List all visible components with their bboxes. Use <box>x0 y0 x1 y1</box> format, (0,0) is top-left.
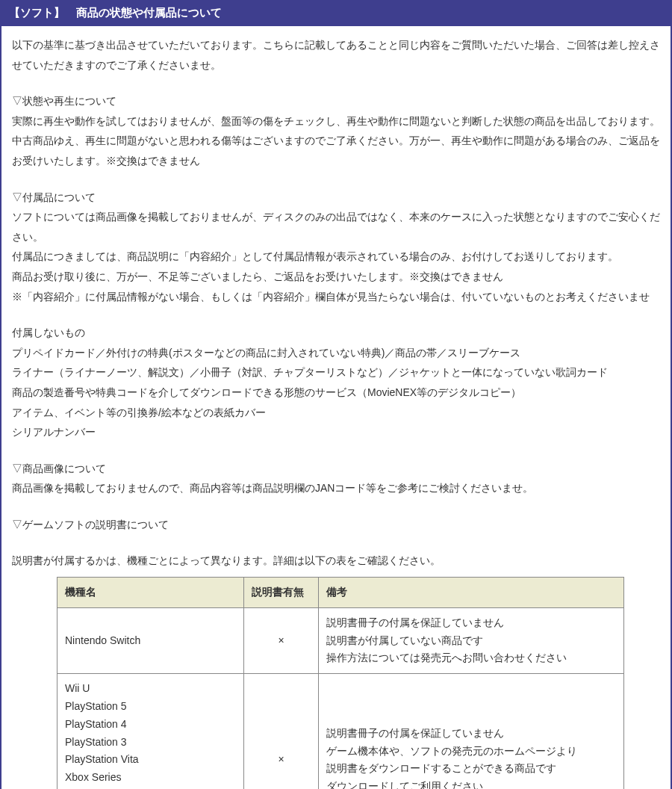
note-line: ダウンロードしてご利用ください <box>326 778 616 789</box>
accessory-text-3: 商品お受け取り後に、万が一、不足等ございましたら、ご返品をお受けいたします。※交… <box>12 267 660 287</box>
manual-heading: ▽ゲームソフトの説明書について <box>12 515 660 535</box>
model-line: PlayStation 4 <box>65 716 236 734</box>
cell-note: 説明書冊子の付属を保証していませんゲーム機本体や、ソフトの発売元のホームページよ… <box>319 674 624 789</box>
model-line: Nintendo Switch <box>65 632 236 650</box>
excluded-line-5: シリアルナンバー <box>12 422 660 442</box>
software-condition-section: 【ソフト】 商品の状態や付属品について 以下の基準に基づき出品させていただいてお… <box>0 0 672 789</box>
cell-note: 説明書冊子の付属を保証していません説明書が付属していない商品です操作方法について… <box>319 607 624 673</box>
section-title: 【ソフト】 商品の状態や付属品について <box>9 6 222 19</box>
note-line: ゲーム機本体や、ソフトの発売元のホームページより <box>326 743 616 761</box>
note-line: 説明書冊子の付属を保証していません <box>326 614 616 632</box>
note-line: 説明書をダウンロードすることができる商品です <box>326 760 616 778</box>
model-line: PlayStation Vita <box>65 751 236 769</box>
model-line: Wii U <box>65 680 236 698</box>
intro-paragraph: 以下の基準に基づき出品させていただいております。こちらに記載してあることと同じ内… <box>12 35 660 75</box>
condition-text: 実際に再生や動作を試してはおりませんが、盤面等の傷をチェックし、再生や動作に問題… <box>12 111 660 171</box>
cell-has-manual: × <box>244 607 319 673</box>
table-row: Wii UPlayStation 5PlayStation 4PlayStati… <box>57 674 624 789</box>
excluded-line-3: 商品の製造番号や特典コードを介してダウンロードできる形態のサービス（MovieN… <box>12 383 660 403</box>
th-has-manual: 説明書有無 <box>244 578 319 608</box>
table-header-row: 機種名 説明書有無 備考 <box>57 578 624 608</box>
cell-model: Nintendo Switch <box>57 607 244 673</box>
note-line: 説明書冊子の付属を保証していません <box>326 725 616 743</box>
th-note: 備考 <box>319 578 624 608</box>
model-line: PlayStation 3 <box>65 734 236 752</box>
condition-heading: ▽状態や再生について <box>12 91 660 111</box>
note-line: 説明書が付属していない商品です <box>326 632 616 650</box>
accessory-text-1: ソフトについては商品画像を掲載しておりませんが、ディスクのみの出品ではなく、本来… <box>12 207 660 247</box>
section-body: 以下の基準に基づき出品させていただいております。こちらに記載してあることと同じ内… <box>1 26 671 789</box>
manual-table: 機種名 説明書有無 備考 Nintendo Switch×説明書冊子の付属を保証… <box>57 577 624 789</box>
excluded-heading: 付属しないもの <box>12 323 660 343</box>
model-line: PlayStation 5 <box>65 698 236 716</box>
excluded-line-4: アイテム、イベント等の引換券/絵本などの表紙カバー <box>12 403 660 423</box>
image-heading: ▽商品画像について <box>12 459 660 479</box>
accessory-text-4: ※「内容紹介」に付属品情報がない場合、もしくは「内容紹介」欄自体が見当たらない場… <box>12 287 660 307</box>
image-text: 商品画像を掲載しておりませんので、商品内容等は商品説明欄のJANコード等をご参考… <box>12 478 660 498</box>
th-model: 機種名 <box>57 578 244 608</box>
note-line: 操作方法については発売元へお問い合わせください <box>326 649 616 667</box>
section-header: 【ソフト】 商品の状態や付属品について <box>1 0 671 26</box>
manual-text: 説明書が付属するかは、機種ごとによって異なります。詳細は以下の表をご確認ください… <box>12 551 660 571</box>
manual-table-wrap: 機種名 説明書有無 備考 Nintendo Switch×説明書冊子の付属を保証… <box>57 577 624 789</box>
excluded-line-2: ライナー（ライナーノーツ、解説文）／小冊子（対訳、チャプターリストなど）／ジャケ… <box>12 362 660 383</box>
accessory-heading: ▽付属品について <box>12 188 660 208</box>
model-line: Xbox Series <box>65 769 236 787</box>
cell-has-manual: × <box>244 674 319 789</box>
excluded-line-1: プリペイドカード／外付けの特典(ポスターなどの商品に封入されていない特典)／商品… <box>12 343 660 363</box>
table-row: Nintendo Switch×説明書冊子の付属を保証していません説明書が付属し… <box>57 607 624 673</box>
accessory-text-2: 付属品につきましては、商品説明に「内容紹介」として付属品情報が表示されている場合… <box>12 247 660 267</box>
cell-model: Wii UPlayStation 5PlayStation 4PlayStati… <box>57 674 244 789</box>
